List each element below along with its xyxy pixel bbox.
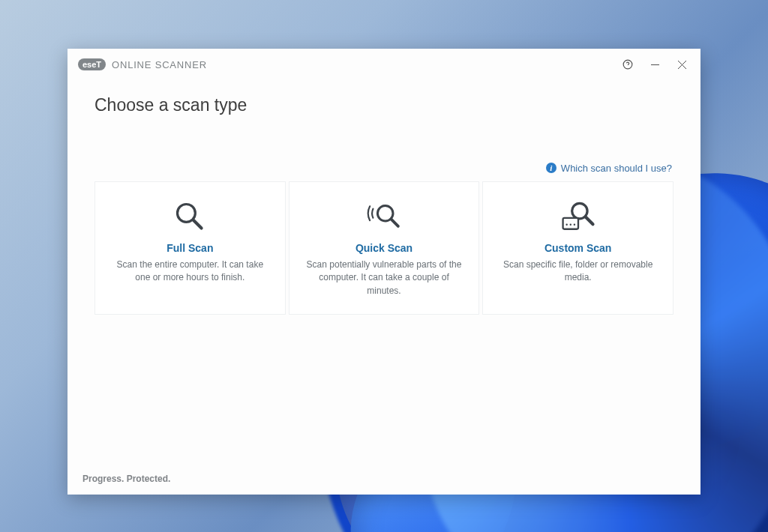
minimize-button[interactable] bbox=[642, 54, 668, 75]
quick-scan-card[interactable]: Quick Scan Scan potentially vulnerable p… bbox=[289, 181, 480, 315]
logo-text: ONLINE SCANNER bbox=[112, 59, 207, 70]
which-scan-help-link[interactable]: i Which scan should I use? bbox=[546, 163, 672, 174]
close-button[interactable] bbox=[669, 54, 694, 75]
app-window: eseT ONLINE SCANNER Choose a scan type i… bbox=[68, 49, 700, 495]
svg-point-13 bbox=[569, 223, 571, 225]
magnifier-custom-icon bbox=[496, 197, 659, 236]
window-controls bbox=[615, 54, 694, 75]
titlebar: eseT ONLINE SCANNER bbox=[68, 49, 700, 80]
card-title: Quick Scan bbox=[303, 242, 466, 254]
card-desc: Scan specific file, folder or removable … bbox=[496, 259, 659, 285]
full-scan-card[interactable]: Full Scan Scan the entire computer. It c… bbox=[94, 181, 286, 315]
footer-tagline: Progress. Protected. bbox=[68, 463, 700, 495]
magnifier-quick-icon bbox=[303, 197, 466, 236]
page-title: Choose a scan type bbox=[94, 95, 674, 115]
svg-point-14 bbox=[573, 223, 574, 225]
logo-badge: eseT bbox=[78, 58, 106, 70]
app-logo: eseT ONLINE SCANNER bbox=[78, 58, 207, 70]
minimize-icon bbox=[651, 61, 659, 69]
card-title: Custom Scan bbox=[496, 242, 659, 254]
svg-rect-11 bbox=[562, 218, 578, 229]
card-desc: Scan potentially vulnerable parts of the… bbox=[303, 259, 466, 297]
help-link-row: i Which scan should I use? bbox=[94, 160, 674, 174]
svg-line-10 bbox=[585, 217, 592, 224]
help-link-label: Which scan should I use? bbox=[561, 163, 672, 174]
content-area: Choose a scan type i Which scan should I… bbox=[68, 80, 700, 463]
svg-line-6 bbox=[194, 220, 202, 229]
card-desc: Scan the entire computer. It can take on… bbox=[109, 259, 272, 285]
info-icon: i bbox=[546, 163, 556, 173]
scan-type-cards: Full Scan Scan the entire computer. It c… bbox=[94, 181, 674, 315]
help-button[interactable] bbox=[615, 54, 640, 75]
magnifier-icon bbox=[109, 197, 272, 236]
close-icon bbox=[678, 61, 686, 69]
card-title: Full Scan bbox=[109, 242, 272, 254]
svg-line-8 bbox=[391, 219, 398, 226]
help-icon bbox=[622, 59, 633, 70]
custom-scan-card[interactable]: Custom Scan Scan specific file, folder o… bbox=[482, 181, 674, 315]
svg-point-12 bbox=[566, 223, 567, 225]
